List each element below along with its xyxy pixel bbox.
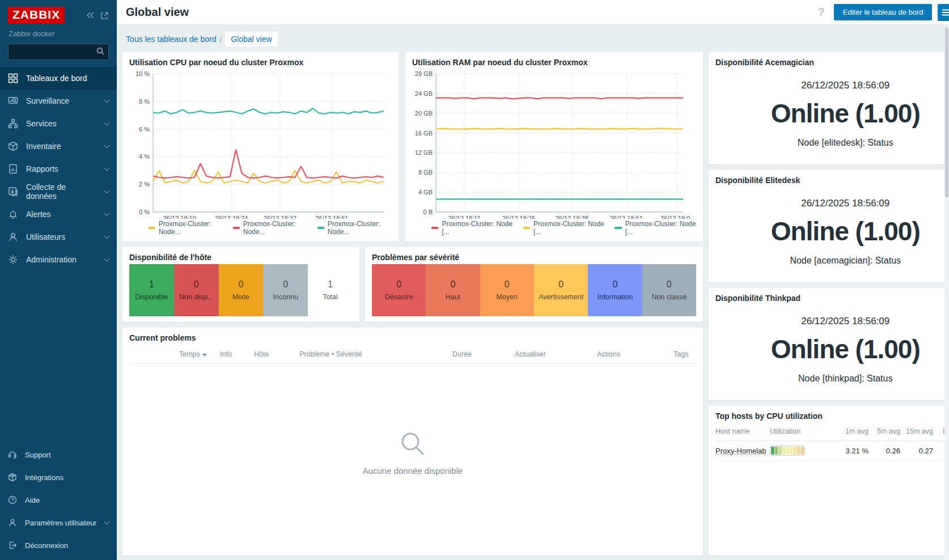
ram-chart[interactable]: 0 B4 GB8 GB12 GB16 GB20 GB24 GB28 GB26/1…	[412, 69, 690, 219]
breadcrumb-current[interactable]: Global view	[225, 32, 277, 46]
availability-segment-available[interactable]: 1 Disponible	[129, 264, 174, 316]
sidebar-item-support[interactable]: Support	[0, 443, 117, 466]
dashboard-menu-button[interactable]	[938, 4, 949, 21]
sidebar-item-label: Support	[25, 451, 51, 459]
sidebar-item-services[interactable]: Services	[0, 112, 117, 135]
data-collection-icon	[8, 186, 18, 197]
legend-label: Proxmox-Cluster: Node...	[159, 220, 223, 236]
sidebar-item-monitoring[interactable]: Surveillance	[0, 90, 117, 112]
severity-segment-information[interactable]: 0 Information	[588, 264, 642, 316]
sidebar-item-users[interactable]: Utilisateurs	[0, 226, 117, 248]
svg-text:26/12 18:51: 26/12 18:51	[610, 215, 643, 219]
severity-segment-not-classified[interactable]: 0 Non classé	[642, 264, 696, 316]
search-input[interactable]	[8, 44, 109, 60]
legend-swatch	[615, 227, 621, 229]
chevron-down-icon	[104, 519, 110, 524]
segment-count: 0	[239, 279, 244, 290]
severity-segment-average[interactable]: 0 Moyen	[480, 264, 534, 316]
cpu-chart[interactable]: 0 %2 %4 %6 %8 %10 %26/12 18:1026/12 18:2…	[129, 69, 391, 219]
undock-sidebar-icon[interactable]	[100, 11, 109, 20]
availability-card-title: Disponibilité Thinkpad	[715, 294, 949, 303]
availability-segment-unknown[interactable]: 0 Inconnu	[263, 264, 308, 316]
legend-swatch	[523, 227, 530, 229]
sidebar-item-data-collection[interactable]: Collecte de données	[0, 180, 117, 203]
main-area: Global view ? Editer le tableau de bord …	[117, 0, 949, 560]
help-icon[interactable]: ?	[815, 6, 828, 19]
column-host: Hôte	[254, 350, 299, 358]
column-utilization: Utilization	[770, 427, 837, 435]
empty-state: Aucune donnée disponible	[129, 364, 696, 550]
hamburger-icon	[942, 9, 949, 16]
availability-timestamp: 26/12/2025 18:56:09	[801, 80, 889, 91]
svg-text:26/12 19:05: 26/12 19:05	[660, 215, 690, 219]
availability-status: Online (1.00)	[771, 334, 920, 364]
sidebar-item-label: Aide	[25, 496, 40, 504]
sidebar-item-label: Intégrations	[25, 473, 63, 482]
svg-text:26/12 18:25: 26/12 18:25	[502, 215, 535, 219]
availability-segment-unavailable[interactable]: 0 Non disp...	[174, 264, 219, 316]
legend-label: Proxmox-Cluster: Node...	[328, 220, 392, 236]
sidebar-item-help[interactable]: Aide	[0, 489, 117, 511]
help-circle-icon	[8, 495, 17, 504]
column-duration: Durée	[452, 350, 515, 358]
svg-text:28 GB: 28 GB	[415, 70, 433, 77]
segment-label: Inconnu	[273, 293, 298, 301]
search-empty-icon	[400, 431, 426, 457]
severity-segment-high[interactable]: 0 Haut	[426, 264, 480, 316]
availability-status: Online (1.00)	[771, 98, 920, 129]
sidebar-item-logout[interactable]: Déconnexion	[0, 534, 117, 557]
sidebar-item-label: Alertes	[26, 210, 51, 219]
segment-count: 1	[149, 279, 154, 290]
zabbix-logo[interactable]: ZABBIX	[8, 7, 65, 24]
sidebar-item-integrations[interactable]: Intégrations	[0, 466, 117, 489]
availability-timestamp: 26/12/2025 18:56:09	[801, 316, 889, 327]
sidebar-item-inventory[interactable]: Inventaire	[0, 135, 117, 158]
segment-count: 0	[451, 279, 456, 290]
problems-table-header: Temps Info Hôte Problème • Sévérité Duré…	[129, 350, 696, 364]
page-scrollbar[interactable]	[944, 25, 949, 560]
sidebar-item-dashboards[interactable]: Tableaux de bord	[0, 67, 117, 90]
availability-item-name: Node [elitedesk]: Status	[798, 138, 893, 148]
sidebar-item-user-settings[interactable]: Paramètres utilisateur	[0, 511, 117, 534]
svg-text:16 GB: 16 GB	[415, 130, 433, 137]
chevron-down-icon	[104, 97, 110, 103]
host-link[interactable]: Proxy-Homelab	[715, 447, 768, 455]
page-title: Global view	[126, 6, 189, 19]
chevron-down-icon	[104, 233, 110, 239]
severity-segment-warning[interactable]: 0 Avertissement	[534, 264, 588, 316]
segment-label: Moyen	[497, 293, 518, 301]
sidebar-item-alerts[interactable]: Alertes	[0, 203, 117, 226]
segment-label: Non classé	[651, 293, 687, 301]
svg-text:8 %: 8 %	[139, 98, 150, 105]
chevron-down-icon	[104, 142, 110, 148]
top-hosts-panel: Top hosts by CPU utilization Host name U…	[709, 406, 949, 555]
sidebar-item-reports[interactable]: Rapports	[0, 158, 117, 180]
collapse-sidebar-icon[interactable]	[86, 11, 95, 19]
segment-label: Non disp...	[179, 293, 213, 301]
availability-segment-mixed[interactable]: 0 Mixte	[219, 264, 264, 316]
column-update: Actualiser	[515, 350, 597, 358]
search-icon[interactable]	[96, 47, 105, 58]
breadcrumb-root-link[interactable]: Tous les tableaux de bord	[126, 35, 217, 44]
segment-count: 1	[328, 279, 333, 290]
avg-1m-value: 0.26	[871, 447, 900, 455]
scrollbar-thumb[interactable]	[945, 27, 948, 197]
top-hosts-header: Host name Utilization 1m avg 5m avg 15m …	[715, 423, 949, 441]
edit-dashboard-button[interactable]: Editer le tableau de bord	[834, 4, 933, 20]
svg-text:26/12 18:51: 26/12 18:51	[315, 215, 348, 219]
segment-label: Total	[323, 293, 337, 301]
svg-text:24 GB: 24 GB	[415, 90, 433, 97]
legend-item: Proxmox-Cluster: Node...	[317, 220, 392, 236]
empty-state-text: Aucune donnée disponible	[363, 466, 463, 476]
table-row: Proxy-Homelab 3.21 % 0.26 0.27 0.32 42	[715, 441, 949, 461]
zabbix-app: ZABBIX Zabbix docker	[0, 0, 949, 560]
column-time[interactable]: Temps	[179, 350, 220, 358]
sidebar-item-administration[interactable]: Administration	[0, 248, 117, 271]
availability-card-title: Disponibilité Acemagician	[715, 58, 949, 67]
availability-card-elitedesk: Disponibilité Elitedesk 26/12/2025 18:56…	[709, 170, 949, 282]
sidebar-top: ZABBIX Zabbix docker	[0, 0, 117, 67]
availability-segment-total[interactable]: 1 Total	[308, 264, 353, 316]
segment-count: 0	[283, 279, 288, 290]
breadcrumb: Tous les tableaux de bord / Global view	[117, 25, 949, 48]
severity-segment-disaster[interactable]: 0 Désastre	[372, 264, 426, 316]
